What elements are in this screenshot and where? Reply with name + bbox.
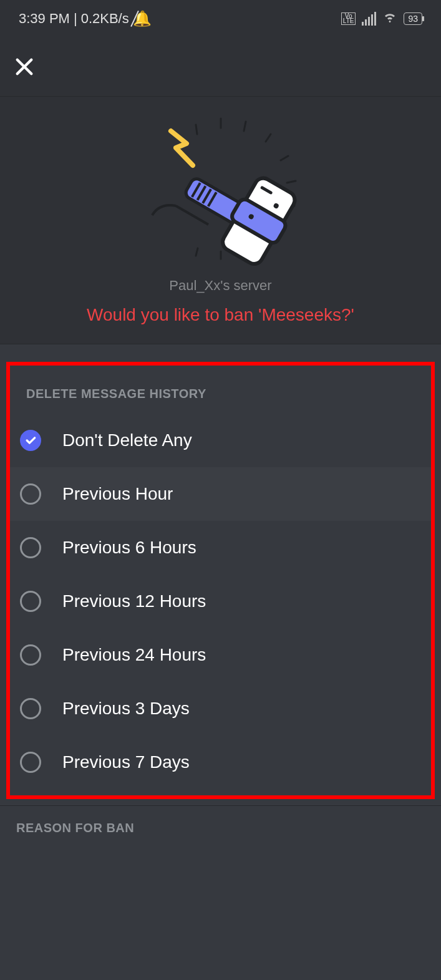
svg-line-7 [287, 181, 296, 183]
battery-level: 93 [408, 14, 418, 24]
wifi-icon [382, 9, 397, 28]
delete-history-header: DELETE MESSAGE HISTORY [10, 366, 431, 414]
status-bar: 3:39 PM | 0.2KB/s 🔔 VoLTE 93 [0, 0, 441, 37]
radio-unchecked-icon [20, 752, 41, 773]
radio-unchecked-icon [20, 483, 41, 505]
radio-label: Previous 24 Hours [62, 645, 206, 665]
svg-line-5 [266, 134, 271, 142]
status-right: VoLTE 93 [341, 9, 422, 28]
battery-icon: 93 [404, 12, 422, 25]
radio-unchecked-icon [20, 591, 41, 612]
svg-line-2 [196, 125, 197, 134]
radio-label: Previous Hour [62, 484, 173, 504]
radio-option-previous-6-hours[interactable]: Previous 6 Hours [10, 521, 431, 575]
radio-option-previous-7-days[interactable]: Previous 7 Days [10, 735, 431, 789]
cell-signal-icon [362, 12, 376, 26]
reason-for-ban-header: REASON FOR BAN [0, 806, 441, 848]
radio-option-previous-24-hours[interactable]: Previous 24 Hours [10, 628, 431, 682]
status-time: 3:39 PM [19, 11, 70, 27]
bell-muted-icon: 🔔 [133, 10, 152, 27]
radio-checked-icon [20, 430, 41, 451]
radio-option-previous-hour[interactable]: Previous Hour [10, 467, 431, 521]
status-left: 3:39 PM | 0.2KB/s 🔔 [19, 10, 152, 27]
radio-unchecked-icon [20, 644, 41, 666]
radio-unchecked-icon [20, 698, 41, 719]
ban-hammer-illustration [127, 109, 314, 271]
svg-line-4 [244, 122, 246, 131]
close-icon [14, 56, 35, 77]
close-button[interactable] [11, 54, 37, 80]
ban-question: Would you like to ban 'Meeseeks?' [0, 305, 441, 325]
status-net-speed: 0.2KB/s [81, 11, 129, 27]
ban-hero: Paul_Xx's server Would you like to ban '… [0, 97, 441, 344]
radio-label: Previous 6 Hours [62, 538, 196, 558]
reason-section: REASON FOR BAN [0, 806, 441, 848]
server-name: Paul_Xx's server [0, 278, 441, 294]
svg-line-12 [196, 248, 198, 256]
status-separator: | [74, 11, 77, 27]
radio-unchecked-icon [20, 537, 41, 558]
radio-option-dont-delete[interactable]: Don't Delete Any [10, 414, 431, 467]
radio-label: Previous 7 Days [62, 752, 190, 772]
radio-option-previous-12-hours[interactable]: Previous 12 Hours [10, 575, 431, 628]
radio-option-previous-3-days[interactable]: Previous 3 Days [10, 682, 431, 735]
top-bar [0, 37, 441, 97]
radio-label: Don't Delete Any [62, 430, 192, 450]
radio-label: Previous 12 Hours [62, 591, 206, 611]
spacer [0, 344, 441, 362]
delete-history-highlight-box: DELETE MESSAGE HISTORY Don't Delete Any … [6, 362, 435, 799]
svg-line-6 [281, 156, 288, 160]
volte-icon: VoLTE [341, 12, 356, 25]
radio-label: Previous 3 Days [62, 699, 190, 719]
